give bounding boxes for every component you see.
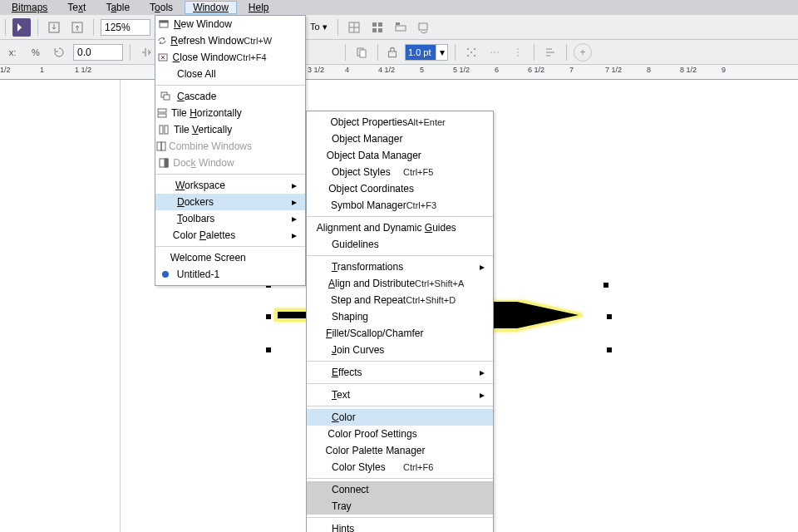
distribute-3-icon[interactable] [509,43,527,62]
menu-separator [307,383,493,384]
menu-window[interactable]: Window [185,1,237,14]
menu-item-toolbars[interactable]: Toolbars▸ [155,210,305,227]
submenu-arrow-icon: ▸ [285,196,297,208]
distribute-1-icon[interactable] [462,43,480,62]
separator [345,44,346,61]
svg-rect-5 [372,28,377,32]
svg-point-13 [467,48,469,50]
dropdown-icon[interactable] [415,18,433,37]
menu-item-tile-horizontally[interactable]: Tile Horizontally [155,105,305,121]
menu-item-label: Object Coordinates [327,183,414,195]
menu-table[interactable]: Table [97,1,138,14]
menu-item-color[interactable]: Color [307,409,493,426]
snap-icon[interactable] [345,18,363,37]
menu-item-text[interactable]: Text▸ [307,387,493,403]
menu-item-new-window[interactable]: New Window [155,16,305,32]
rotation-angle[interactable]: 0.0 [73,44,123,61]
menu-item-refresh-window[interactable]: Refresh WindowCtrl+W [155,32,305,49]
menu-item-effects[interactable]: Effects▸ [307,364,493,381]
export-icon[interactable] [68,18,86,37]
selection-handle[interactable] [607,314,612,319]
menu-tools[interactable]: Tools [141,1,181,14]
zoom-level[interactable]: 125% [101,19,150,36]
menu-item-shaping[interactable]: Shaping [307,308,493,325]
add-button[interactable]: + [574,43,592,62]
cascade-icon [155,88,175,105]
svg-rect-32 [164,95,170,100]
menu-item-shortcut: Ctrl+F5 [403,167,473,177]
menu-item-connect[interactable]: Connect [307,481,493,498]
blank-icon [307,498,330,515]
selection-handle[interactable] [603,283,608,288]
menu-item-tray[interactable]: Tray [307,498,493,515]
menu-item-hints[interactable]: Hints [307,520,493,532]
menu-item-color-styles[interactable]: Color StylesCtrl+F6 [307,459,493,475]
selection-handle[interactable] [266,347,271,352]
macro-icon[interactable] [12,18,31,37]
svg-rect-12 [389,51,397,57]
help-howto[interactable]: To ▾ [307,18,331,37]
menu-item-transformations[interactable]: Transformations▸ [307,259,493,275]
blank-icon [307,164,330,180]
grid-icon[interactable] [368,18,387,37]
menu-item-cascade[interactable]: Cascade [155,88,305,105]
menu-item-step-and-repeat[interactable]: Step and RepeatCtrl+Shift+D [307,292,493,308]
separator [566,44,567,61]
menu-item-shortcut: Ctrl+Shift+D [406,295,473,305]
ruler-tick: 7 1/2 [605,66,622,74]
distribute-2-icon[interactable] [485,43,504,62]
menu-item-label: Join Curves [330,344,403,356]
blank-icon [307,520,330,532]
copy-props-icon[interactable] [352,43,371,62]
menu-item-color-palettes[interactable]: Color Palettes▸ [155,227,305,244]
menu-item-welcome-screen[interactable]: Welcome Screen [155,249,305,266]
menu-item-tile-vertically[interactable]: Tile Vertically [155,121,305,138]
menu-item-workspace[interactable]: Workspace▸ [155,177,305,194]
menu-item-label: Fillet/Scallop/Chamfer [324,328,423,339]
menu-item-label: Object Manager [330,133,403,145]
menu-item-color-proof-settings[interactable]: Color Proof Settings [307,426,493,442]
mirror-h-icon[interactable] [137,43,155,62]
menu-separator [155,174,305,175]
menu-help[interactable]: Help [240,1,278,14]
menu-item-join-curves[interactable]: Join Curves [307,342,493,358]
menu-item-fillet-scallop-chamfer[interactable]: Fillet/Scallop/Chamfer [307,325,493,342]
menu-item-object-coordinates[interactable]: Object Coordinates [307,180,493,197]
menu-item-label: Tile Vertically [172,124,232,135]
selection-handle[interactable] [607,347,612,352]
menu-item-untitled-1[interactable]: Untitled-1 [155,266,305,283]
menu-item-close-window[interactable]: Close WindowCtrl+F4 [155,49,305,66]
chevron-down-icon[interactable]: ▾ [436,45,447,60]
menu-item-object-manager[interactable]: Object Manager [307,131,493,147]
menu-item-symbol-manager[interactable]: Symbol ManagerCtrl+F3 [307,197,493,214]
menu-item-label: Color Styles [330,461,403,473]
menu-item-alignment-and-dynamic-guides[interactable]: Alignment and Dynamic Guides [307,219,493,236]
menu-item-align-and-distribute[interactable]: Align and DistributeCtrl+Shift+A [307,275,493,292]
menu-item-object-styles[interactable]: Object StylesCtrl+F5 [307,164,493,180]
options-icon[interactable] [392,18,410,37]
menu-item-label: Step and Repeat [329,294,406,306]
blank-icon [155,249,169,266]
import-icon[interactable] [45,18,63,37]
menu-item-object-properties[interactable]: Object PropertiesAlt+Enter [307,114,493,131]
lock-icon[interactable] [385,45,400,60]
menu-item-shortcut: Ctrl+Shift+A [415,278,475,288]
menu-text[interactable]: Text [59,1,94,14]
selection-handle[interactable] [266,314,271,319]
menu-item-dock-window: Dock Window [155,155,305,171]
align-icon[interactable] [541,43,559,62]
menu-bitmaps[interactable]: Bitmaps [3,1,56,14]
menu-item-label: Object Properties [329,116,408,128]
menu-item-dockers[interactable]: Dockers▸ [155,194,305,210]
menu-item-color-palette-manager[interactable]: Color Palette Manager [307,442,493,459]
menu-item-close-all[interactable]: Close All [155,66,305,82]
rotate-icon[interactable] [50,43,68,62]
menu-item-label: Guidelines [330,239,403,250]
menu-item-label: Connect [330,484,403,495]
svg-rect-29 [160,21,168,22]
menu-item-label: Transformations [330,261,403,273]
menu-item-object-data-manager[interactable]: Object Data Manager [307,147,493,164]
menu-item-guidelines[interactable]: Guidelines [307,236,493,253]
line-width-combo[interactable]: 1.0 pt ▾ [405,44,448,61]
submenu-arrow-icon: ▸ [288,229,297,241]
